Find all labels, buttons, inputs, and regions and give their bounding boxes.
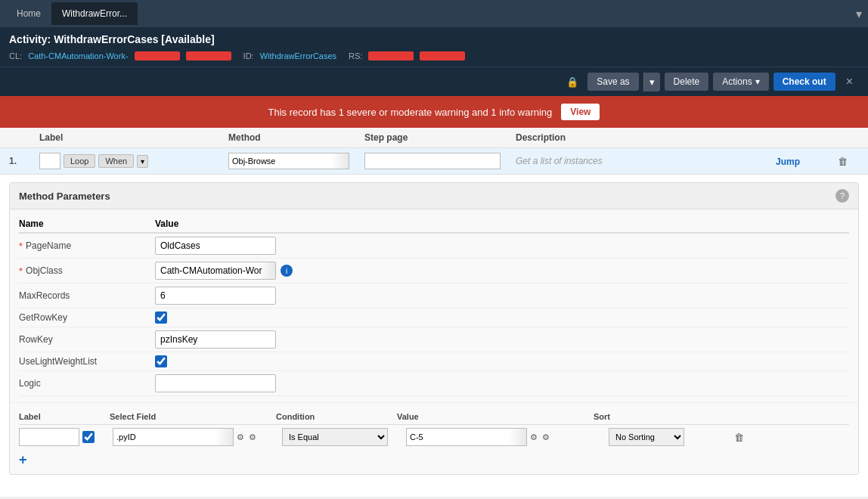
- param-name-maxrecords: MaxRecords: [19, 290, 155, 301]
- when-button[interactable]: When: [98, 154, 134, 168]
- tab-bar-close[interactable]: ▾: [856, 7, 862, 21]
- redacted-rs2: [420, 51, 465, 60]
- param-row-getrowkey: GetRowKey: [19, 308, 849, 327]
- checkout-button[interactable]: Check out: [773, 73, 835, 91]
- add-filter-row-button[interactable]: +: [19, 452, 27, 468]
- redacted-cl: [135, 51, 180, 60]
- getrowkey-checkbox[interactable]: [155, 311, 167, 324]
- save-as-button[interactable]: Save as: [587, 73, 638, 91]
- jump-button[interactable]: Jump: [776, 157, 800, 167]
- delete-button[interactable]: Delete: [665, 73, 709, 91]
- loop-button[interactable]: Loop: [64, 154, 95, 168]
- filter-label-input[interactable]: [19, 428, 79, 446]
- params-table: Name Value * PageName * ObjClass: [10, 209, 858, 402]
- objclass-input[interactable]: [155, 262, 276, 280]
- help-icon[interactable]: ?: [835, 189, 849, 203]
- logic-input[interactable]: [155, 374, 276, 392]
- step-controls: Loop When ▾: [39, 153, 228, 169]
- step-method: [228, 153, 364, 169]
- step-row: 1. Loop When ▾ Get a list of instances J…: [0, 148, 868, 175]
- redacted-cl2: [186, 51, 231, 60]
- filter-value-gear1-button[interactable]: ⚙: [529, 432, 539, 443]
- filter-field-gear2-button[interactable]: ⚙: [247, 432, 258, 443]
- step-number: 1.: [9, 156, 39, 166]
- param-row-rowkey: RowKey: [19, 327, 849, 352]
- filter-header: Label Select Field Condition Value Sort: [19, 409, 849, 425]
- filter-delete-button[interactable]: 🗑: [733, 430, 746, 445]
- filter-value-gear2-button[interactable]: ⚙: [541, 432, 551, 443]
- filter-field-gear1-button[interactable]: ⚙: [235, 432, 246, 443]
- step-page: [364, 153, 516, 169]
- jump-cell: Jump: [776, 156, 836, 167]
- tab-home[interactable]: Home: [6, 2, 51, 25]
- step-delete-button[interactable]: 🗑: [836, 154, 849, 169]
- objclass-info-icon[interactable]: i: [281, 265, 293, 277]
- filter-field-cell: ⚙ ⚙: [113, 428, 279, 446]
- tab-withdrawerror[interactable]: WithdrawError...: [51, 2, 138, 25]
- step-page-input[interactable]: [364, 153, 501, 169]
- param-name-getrowkey: GetRowKey: [19, 312, 155, 323]
- warning-bar: This record has 1 severe or moderate war…: [0, 96, 868, 128]
- param-row-pagename: * PageName: [19, 234, 849, 259]
- filter-value-input[interactable]: [406, 428, 527, 446]
- actions-button[interactable]: Actions ▾: [713, 73, 768, 91]
- method-params-header: Method Parameters ?: [10, 183, 858, 209]
- pagename-input[interactable]: [155, 237, 276, 255]
- param-name-pagename: * PageName: [19, 240, 155, 252]
- filter-checkbox[interactable]: [82, 431, 95, 443]
- close-button[interactable]: ×: [840, 72, 859, 91]
- filter-sort-cell: No Sorting Ascending Descending: [609, 428, 730, 446]
- filter-section: Label Select Field Condition Value Sort …: [10, 402, 858, 474]
- filter-label-cell: [19, 428, 110, 446]
- param-value-objclass: i: [155, 262, 849, 280]
- toolbar: 🔒 Save as ▾ Delete Actions ▾ Check out ×: [0, 67, 868, 96]
- param-row-maxrecords: MaxRecords: [19, 284, 849, 308]
- param-value-maxrecords: [155, 287, 849, 305]
- param-row-logic: Logic: [19, 371, 849, 396]
- tab-bar: Home WithdrawError... ▾: [0, 0, 868, 27]
- rowkey-input[interactable]: [155, 330, 276, 349]
- uselightweightlist-checkbox[interactable]: [155, 355, 167, 367]
- param-name-uselightweightlist: UseLightWeightList: [19, 356, 155, 367]
- param-value-rowkey: [155, 330, 849, 349]
- filter-condition-cell: Is Equal Is Not Equal Is Greater Than Is…: [282, 428, 403, 446]
- filter-delete-cell: 🗑: [733, 430, 755, 445]
- step-delete-cell: 🗑: [836, 154, 859, 169]
- param-row-uselightweightlist: UseLightWeightList: [19, 352, 849, 371]
- filter-field-input[interactable]: [113, 428, 234, 446]
- header-bar: Activity: WithdrawErrorCases [Available]…: [0, 27, 868, 67]
- content-area: Label Method Step page Description 1. Lo…: [0, 128, 868, 497]
- param-name-logic: Logic: [19, 378, 155, 389]
- view-warning-button[interactable]: View: [561, 104, 600, 120]
- maxrecords-input[interactable]: [155, 287, 276, 305]
- param-row-objclass: * ObjClass i: [19, 259, 849, 284]
- method-input[interactable]: [228, 153, 349, 169]
- filter-value-cell: ⚙ ⚙: [406, 428, 557, 446]
- header-meta: CL: Cath-CMAutomation-Work- ID: Withdraw…: [9, 51, 859, 60]
- param-value-getrowkey: [155, 311, 849, 324]
- filter-sort-select[interactable]: No Sorting Ascending Descending: [609, 428, 684, 446]
- param-value-uselightweightlist: [155, 355, 849, 367]
- param-name-objclass: * ObjClass: [19, 265, 155, 277]
- actions-chevron-icon: ▾: [755, 76, 760, 87]
- param-value-logic: [155, 374, 849, 392]
- step-label-input[interactable]: [39, 153, 60, 169]
- activity-title: Activity: WithdrawErrorCases [Available]: [9, 33, 859, 45]
- method-parameters-section: Method Parameters ? Name Value * PageNam…: [9, 182, 859, 475]
- lock-icon: 🔒: [566, 76, 578, 88]
- param-name-rowkey: RowKey: [19, 334, 155, 345]
- chevron-down-icon: ▾: [649, 76, 655, 88]
- when-dropdown-button[interactable]: ▾: [137, 155, 148, 168]
- redacted-rs: [368, 51, 414, 60]
- save-dropdown-button[interactable]: ▾: [643, 73, 660, 91]
- filter-condition-select[interactable]: Is Equal Is Not Equal Is Greater Than Is…: [282, 428, 388, 446]
- steps-table-header: Label Method Step page Description: [0, 128, 868, 148]
- filter-row: ⚙ ⚙ Is Equal Is Not Equal Is Greater Tha…: [19, 425, 849, 449]
- step-description: Get a list of instances: [516, 156, 776, 166]
- param-value-pagename: [155, 237, 849, 255]
